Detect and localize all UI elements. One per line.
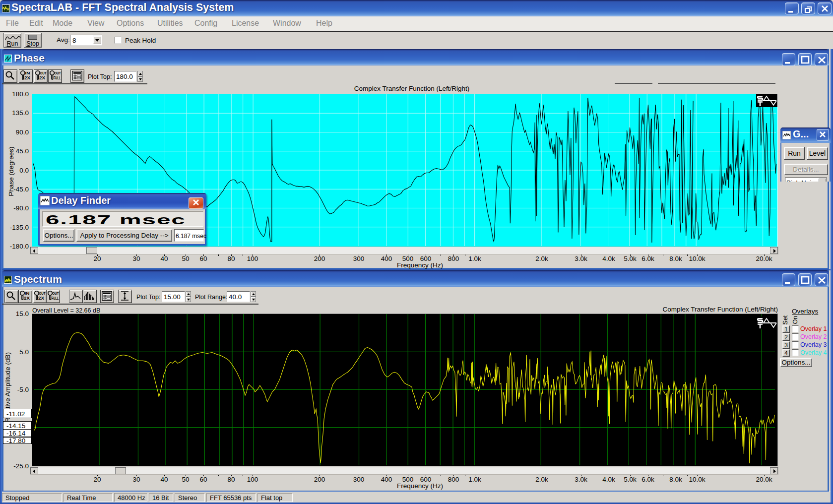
- svg-text:2X: 2X: [38, 295, 45, 301]
- svg-text:FULL: FULL: [52, 295, 59, 301]
- svg-text:OUT: OUT: [39, 292, 46, 295]
- svg-text:2X: 2X: [39, 75, 46, 80]
- svg-text:OUT: OUT: [55, 71, 62, 75]
- svg-text:IN: IN: [25, 292, 30, 295]
- svg-text:OUT: OUT: [40, 71, 47, 75]
- svg-text:2X: 2X: [24, 75, 31, 80]
- svg-text:2X: 2X: [24, 295, 30, 301]
- svg-text:IN: IN: [25, 71, 30, 75]
- svg-text:OUT: OUT: [53, 292, 60, 295]
- svg-text:FULL: FULL: [54, 75, 61, 80]
